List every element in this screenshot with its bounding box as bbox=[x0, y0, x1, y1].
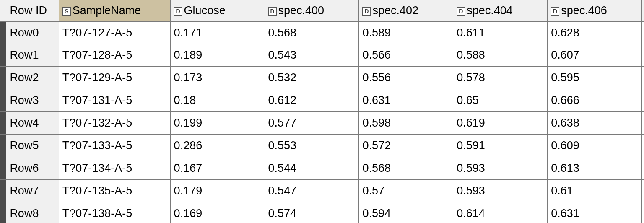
table-row[interactable]: Row2T?07-129-A-50.1730.5320.5560.5780.59… bbox=[0, 67, 644, 89]
table-row[interactable]: Row4T?07-132-A-50.1990.5770.5980.6190.63… bbox=[0, 112, 644, 135]
cell-samplename[interactable]: T?07-128-A-5 bbox=[59, 44, 170, 67]
cell-spec400[interactable]: 0.544 bbox=[265, 157, 359, 180]
cell-glucose[interactable]: 0.286 bbox=[170, 135, 265, 157]
row-selector[interactable] bbox=[0, 21, 6, 44]
cell-next[interactable]: 0 bbox=[642, 89, 644, 112]
cell-spec400[interactable]: 0.612 bbox=[265, 89, 359, 112]
cell-samplename[interactable]: T?07-132-A-5 bbox=[59, 112, 170, 135]
row-selector[interactable] bbox=[0, 180, 6, 202]
cell-spec402[interactable]: 0.598 bbox=[359, 112, 453, 135]
cell-spec400[interactable]: 0.577 bbox=[265, 112, 359, 135]
cell-glucose[interactable]: 0.189 bbox=[170, 44, 265, 67]
column-header-spec402[interactable]: Dspec.402 bbox=[359, 0, 453, 21]
cell-spec406[interactable]: 0.613 bbox=[548, 157, 642, 180]
cell-rowid[interactable]: Row1 bbox=[6, 44, 59, 67]
cell-text: T?07-138-A-5 bbox=[62, 207, 132, 220]
cell-spec402[interactable]: 0.572 bbox=[359, 135, 453, 157]
cell-next[interactable]: 0 bbox=[642, 21, 644, 44]
cell-spec404[interactable]: 0.614 bbox=[453, 202, 548, 223]
cell-spec406[interactable]: 0.628 bbox=[548, 21, 642, 44]
row-selector[interactable] bbox=[0, 157, 6, 180]
cell-glucose[interactable]: 0.167 bbox=[170, 157, 265, 180]
table-row[interactable]: Row1T?07-128-A-50.1890.5430.5660.5880.60… bbox=[0, 44, 644, 67]
row-selector[interactable] bbox=[0, 44, 6, 67]
cell-samplename[interactable]: T?07-129-A-5 bbox=[59, 67, 170, 89]
cell-spec404[interactable]: 0.593 bbox=[453, 157, 548, 180]
cell-spec400[interactable]: 0.568 bbox=[265, 21, 359, 44]
cell-glucose[interactable]: 0.169 bbox=[170, 202, 265, 223]
cell-glucose[interactable]: 0.18 bbox=[170, 89, 265, 112]
cell-rowid[interactable]: Row7 bbox=[6, 180, 59, 202]
cell-spec402[interactable]: 0.566 bbox=[359, 44, 453, 67]
cell-glucose[interactable]: 0.179 bbox=[170, 180, 265, 202]
row-selector[interactable] bbox=[0, 89, 6, 112]
cell-spec406[interactable]: 0.607 bbox=[548, 44, 642, 67]
cell-spec402[interactable]: 0.556 bbox=[359, 67, 453, 89]
cell-spec406[interactable]: 0.666 bbox=[548, 89, 642, 112]
cell-spec402[interactable]: 0.589 bbox=[359, 21, 453, 44]
cell-next[interactable]: 0 bbox=[642, 180, 644, 202]
cell-spec400[interactable]: 0.532 bbox=[265, 67, 359, 89]
cell-spec402[interactable]: 0.631 bbox=[359, 89, 453, 112]
cell-samplename[interactable]: T?07-127-A-5 bbox=[59, 21, 170, 44]
cell-rowid[interactable]: Row8 bbox=[6, 202, 59, 223]
cell-spec402[interactable]: 0.57 bbox=[359, 180, 453, 202]
cell-spec400[interactable]: 0.574 bbox=[265, 202, 359, 223]
row-selector[interactable] bbox=[0, 135, 6, 157]
column-header-spec404[interactable]: Dspec.404 bbox=[453, 0, 548, 21]
table-row[interactable]: Row0T?07-127-A-50.1710.5680.5890.6110.62… bbox=[0, 21, 644, 44]
column-header-spec406[interactable]: Dspec.406 bbox=[548, 0, 642, 21]
cell-spec404[interactable]: 0.65 bbox=[453, 89, 548, 112]
data-table[interactable]: Row ID SSampleName DGlucose Dspec.400 Ds… bbox=[0, 0, 644, 223]
cell-glucose[interactable]: 0.171 bbox=[170, 21, 265, 44]
cell-rowid[interactable]: Row6 bbox=[6, 157, 59, 180]
row-selector[interactable] bbox=[0, 67, 6, 89]
column-header-spec400[interactable]: Dspec.400 bbox=[265, 0, 359, 21]
cell-next[interactable]: 0 bbox=[642, 157, 644, 180]
cell-samplename[interactable]: T?07-138-A-5 bbox=[59, 202, 170, 223]
column-header-samplename[interactable]: SSampleName bbox=[59, 0, 170, 21]
cell-spec404[interactable]: 0.588 bbox=[453, 44, 548, 67]
cell-samplename[interactable]: T?07-135-A-5 bbox=[59, 180, 170, 202]
cell-spec400[interactable]: 0.543 bbox=[265, 44, 359, 67]
cell-spec400[interactable]: 0.553 bbox=[265, 135, 359, 157]
cell-rowid[interactable]: Row4 bbox=[6, 112, 59, 135]
cell-spec404[interactable]: 0.578 bbox=[453, 67, 548, 89]
cell-spec402[interactable]: 0.594 bbox=[359, 202, 453, 223]
cell-next[interactable]: 0 bbox=[642, 202, 644, 223]
cell-glucose[interactable]: 0.173 bbox=[170, 67, 265, 89]
column-header-next[interactable]: D bbox=[642, 0, 644, 21]
cell-rowid[interactable]: Row3 bbox=[6, 89, 59, 112]
cell-spec404[interactable]: 0.591 bbox=[453, 135, 548, 157]
cell-spec406[interactable]: 0.638 bbox=[548, 112, 642, 135]
cell-rowid[interactable]: Row2 bbox=[6, 67, 59, 89]
cell-spec404[interactable]: 0.619 bbox=[453, 112, 548, 135]
cell-samplename[interactable]: T?07-134-A-5 bbox=[59, 157, 170, 180]
cell-spec406[interactable]: 0.609 bbox=[548, 135, 642, 157]
column-header-glucose[interactable]: DGlucose bbox=[170, 0, 265, 21]
cell-next[interactable]: 0 bbox=[642, 112, 644, 135]
cell-samplename[interactable]: T?07-131-A-5 bbox=[59, 89, 170, 112]
column-header-rowid[interactable]: Row ID bbox=[6, 0, 59, 21]
table-row[interactable]: Row6T?07-134-A-50.1670.5440.5680.5930.61… bbox=[0, 157, 644, 180]
table-row[interactable]: Row8T?07-138-A-50.1690.5740.5940.6140.63… bbox=[0, 202, 644, 223]
cell-spec406[interactable]: 0.631 bbox=[548, 202, 642, 223]
cell-spec406[interactable]: 0.595 bbox=[548, 67, 642, 89]
cell-spec402[interactable]: 0.568 bbox=[359, 157, 453, 180]
row-selector[interactable] bbox=[0, 112, 6, 135]
cell-glucose[interactable]: 0.199 bbox=[170, 112, 265, 135]
table-row[interactable]: Row5T?07-133-A-50.2860.5530.5720.5910.60… bbox=[0, 135, 644, 157]
cell-rowid[interactable]: Row0 bbox=[6, 21, 59, 44]
cell-spec404[interactable]: 0.593 bbox=[453, 180, 548, 202]
cell-rowid[interactable]: Row5 bbox=[6, 135, 59, 157]
row-selector[interactable] bbox=[0, 202, 6, 223]
cell-spec406[interactable]: 0.61 bbox=[548, 180, 642, 202]
cell-spec400[interactable]: 0.547 bbox=[265, 180, 359, 202]
cell-samplename[interactable]: T?07-133-A-5 bbox=[59, 135, 170, 157]
cell-next[interactable]: 0 bbox=[642, 135, 644, 157]
cell-next[interactable]: 0 bbox=[642, 67, 644, 89]
cell-next[interactable]: 0 bbox=[642, 44, 644, 67]
table-row[interactable]: Row7T?07-135-A-50.1790.5470.570.5930.610 bbox=[0, 180, 644, 202]
table-row[interactable]: Row3T?07-131-A-50.180.6120.6310.650.6660 bbox=[0, 89, 644, 112]
cell-spec404[interactable]: 0.611 bbox=[453, 21, 548, 44]
